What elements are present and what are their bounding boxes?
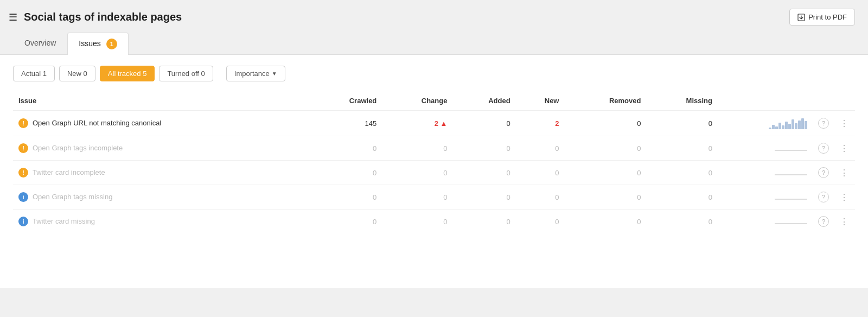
col-more — [834, 92, 855, 111]
col-removed: Removed — [564, 92, 646, 111]
issue-name: Open Graph URL not matching canonical — [33, 119, 161, 127]
new-value: 0 — [516, 210, 565, 234]
page-title: Social tags of indexable pages — [24, 11, 182, 23]
more-options-icon[interactable]: ⋮ — [840, 168, 850, 177]
help-cell[interactable]: ? — [813, 111, 834, 136]
table-row: !Open Graph URL not matching canonical14… — [13, 111, 855, 136]
empty-chart — [775, 199, 807, 200]
tabs-bar: Overview Issues 1 — [0, 32, 868, 55]
top-bar-left: ☰ Social tags of indexable pages — [9, 11, 182, 23]
filter-new[interactable]: New 0 — [59, 66, 95, 81]
more-options-icon[interactable]: ⋮ — [840, 144, 850, 153]
issues-table: Issue Crawled Change Added New Removed M… — [13, 92, 855, 233]
missing-value: 0 — [646, 111, 718, 136]
more-options-cell[interactable]: ⋮ — [834, 136, 855, 161]
crawled-value: 0 — [309, 185, 382, 210]
missing-value: 0 — [646, 210, 718, 234]
change-value: 2 ▲ — [382, 111, 452, 136]
new-value: 0 — [516, 136, 565, 161]
info-icon: i — [18, 217, 28, 226]
more-options-cell[interactable]: ⋮ — [834, 111, 855, 136]
added-value: 0 — [452, 210, 515, 234]
col-added: Added — [452, 92, 515, 111]
more-options-icon[interactable]: ⋮ — [840, 193, 850, 202]
missing-value: 0 — [646, 161, 718, 185]
help-cell[interactable]: ? — [813, 136, 834, 161]
filter-turned-off[interactable]: Turned off 0 — [159, 66, 213, 81]
removed-value: 0 — [564, 111, 646, 136]
more-options-icon[interactable]: ⋮ — [840, 119, 850, 128]
more-options-cell[interactable]: ⋮ — [834, 210, 855, 234]
main-content: Actual 1 New 0 All tracked 5 Turned off … — [0, 55, 868, 288]
added-value: 0 — [452, 136, 515, 161]
new-value: 0 — [516, 161, 565, 185]
warning-icon: ! — [18, 118, 28, 128]
removed-value: 0 — [564, 136, 646, 161]
chart-cell — [718, 136, 813, 161]
chart-cell — [718, 185, 813, 210]
chart-cell — [718, 111, 813, 136]
mini-chart — [769, 117, 807, 129]
chevron-down-icon: ▼ — [272, 71, 277, 77]
missing-value: 0 — [646, 136, 718, 161]
help-cell[interactable]: ? — [813, 210, 834, 234]
print-to-pdf-button[interactable]: Print to PDF — [789, 9, 855, 26]
crawled-value: 145 — [309, 111, 382, 136]
col-missing: Missing — [646, 92, 718, 111]
col-new: New — [516, 92, 565, 111]
more-options-cell[interactable]: ⋮ — [834, 161, 855, 185]
col-change: Change — [382, 92, 452, 111]
tab-issues[interactable]: Issues 1 — [67, 33, 128, 55]
tab-overview[interactable]: Overview — [13, 33, 67, 55]
download-icon — [797, 14, 805, 21]
crawled-value: 0 — [309, 210, 382, 234]
added-value: 0 — [452, 161, 515, 185]
added-value: 0 — [452, 185, 515, 210]
issue-name: Open Graph tags missing — [33, 193, 112, 201]
help-icon[interactable]: ? — [818, 167, 829, 178]
top-bar: ☰ Social tags of indexable pages Print t… — [0, 0, 868, 32]
change-value: 0 — [382, 161, 452, 185]
col-crawled: Crawled — [309, 92, 382, 111]
filter-bar: Actual 1 New 0 All tracked 5 Turned off … — [13, 66, 855, 81]
importance-dropdown[interactable]: Importance ▼ — [226, 66, 285, 81]
new-value: 0 — [516, 185, 565, 210]
removed-value: 0 — [564, 210, 646, 234]
crawled-value: 0 — [309, 136, 382, 161]
issue-name: Open Graph tags incomplete — [33, 144, 123, 152]
empty-chart — [775, 174, 807, 175]
change-value: 0 — [382, 185, 452, 210]
filter-all-tracked[interactable]: All tracked 5 — [100, 66, 155, 81]
more-options-cell[interactable]: ⋮ — [834, 185, 855, 210]
table-row: !Open Graph tags incomplete000000?⋮ — [13, 136, 855, 161]
help-icon[interactable]: ? — [818, 216, 829, 227]
warning-icon: ! — [18, 143, 28, 153]
added-value: 0 — [452, 111, 515, 136]
help-cell[interactable]: ? — [813, 185, 834, 210]
col-chart — [718, 92, 813, 111]
change-value: 0 — [382, 136, 452, 161]
menu-icon[interactable]: ☰ — [9, 11, 17, 23]
help-icon[interactable]: ? — [818, 192, 829, 202]
table-row: iOpen Graph tags missing000000?⋮ — [13, 185, 855, 210]
crawled-value: 0 — [309, 161, 382, 185]
help-cell[interactable]: ? — [813, 161, 834, 185]
chart-cell — [718, 161, 813, 185]
issue-name: Twitter card incomplete — [33, 168, 105, 176]
change-value: 0 — [382, 210, 452, 234]
col-help — [813, 92, 834, 111]
removed-value: 0 — [564, 185, 646, 210]
col-issue: Issue — [13, 92, 309, 111]
table-row: iTwitter card missing000000?⋮ — [13, 210, 855, 234]
chart-cell — [718, 210, 813, 234]
table-row: !Twitter card incomplete000000?⋮ — [13, 161, 855, 185]
info-icon: i — [18, 192, 28, 202]
more-options-icon[interactable]: ⋮ — [840, 217, 850, 226]
missing-value: 0 — [646, 185, 718, 210]
filter-actual[interactable]: Actual 1 — [13, 66, 55, 81]
new-value: 2 — [516, 111, 565, 136]
help-icon[interactable]: ? — [818, 143, 829, 154]
issues-badge: 1 — [106, 39, 117, 49]
help-icon[interactable]: ? — [818, 118, 829, 129]
warning-icon: ! — [18, 168, 28, 177]
